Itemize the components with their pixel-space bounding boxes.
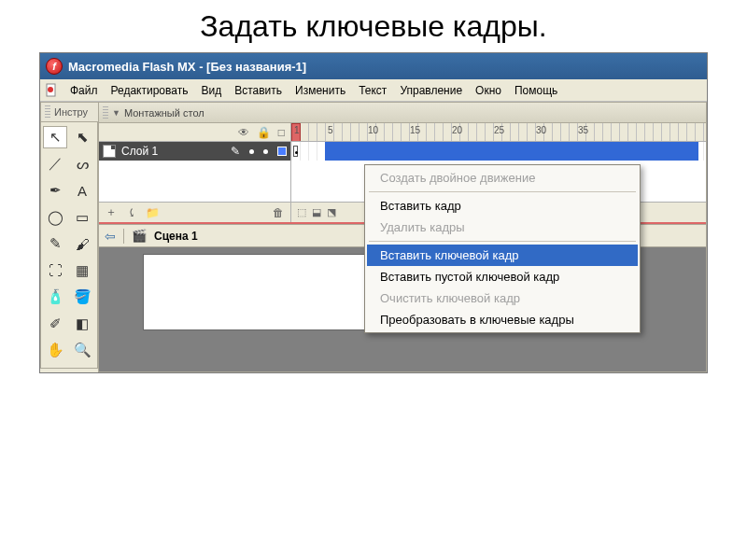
- brush-tool[interactable]: 🖌: [70, 232, 94, 255]
- eye-column-icon[interactable]: 👁: [238, 126, 249, 139]
- layer-active-pencil-icon: ✎: [231, 145, 240, 158]
- pencil-tool[interactable]: ✎: [43, 232, 67, 255]
- menu-modify[interactable]: Изменить: [289, 82, 351, 99]
- menu-insert[interactable]: Вставить: [229, 82, 288, 99]
- back-arrow-icon[interactable]: ⇦: [105, 229, 116, 244]
- ruler-num: 5: [328, 125, 333, 135]
- layer-outline-swatch[interactable]: [277, 147, 287, 156]
- menu-control[interactable]: Управление: [394, 82, 468, 99]
- layer-lock-dot[interactable]: [263, 149, 268, 154]
- add-folder-button[interactable]: 📁: [144, 204, 161, 221]
- menu-help[interactable]: Помощь: [509, 82, 563, 99]
- oval-tool[interactable]: ◯: [43, 206, 67, 229]
- timeline-panel-label: Монтажный стол: [124, 107, 204, 119]
- layer-visible-dot[interactable]: [249, 149, 254, 154]
- separator: [369, 241, 636, 242]
- collapse-triangle-icon[interactable]: ▼: [112, 108, 120, 118]
- ruler-num: 25: [494, 125, 504, 135]
- timeline-panel-header[interactable]: ▼ Монтажный стол: [99, 103, 706, 123]
- scene-label[interactable]: Сцена 1: [154, 230, 198, 243]
- cm-create-tween: Создать двойное движение: [367, 167, 638, 189]
- lock-column-icon[interactable]: 🔒: [257, 126, 271, 139]
- free-transform-tool[interactable]: ⛶: [43, 259, 67, 282]
- onion-skin-icon[interactable]: ⬚: [297, 206, 306, 218]
- separator: [369, 191, 636, 192]
- cm-clear-keyframe: Очистить ключевой кадр: [367, 287, 638, 309]
- svg-point-1: [48, 87, 53, 92]
- menubar: Файл Редактировать Вид Вставить Изменить…: [40, 79, 707, 102]
- pen-tool[interactable]: ✒: [43, 179, 67, 202]
- menu-view[interactable]: Вид: [195, 82, 227, 99]
- subselect-tool[interactable]: ⬉: [70, 126, 94, 148]
- ruler-num: 30: [536, 125, 546, 135]
- eraser-tool[interactable]: ◧: [70, 313, 94, 335]
- layer-name[interactable]: Слой 1: [121, 145, 158, 158]
- add-guide-layer-button[interactable]: ⤹: [123, 204, 140, 221]
- hand-tool[interactable]: ✋: [43, 339, 67, 361]
- tools-column: Инстру ↖ ⬉ ／ ᔕ ✒ A ◯ ▭ ✎ 🖌 ⛶ ▦ 🧴 🪣: [40, 102, 98, 372]
- ruler-num: 1: [294, 125, 300, 135]
- line-tool[interactable]: ／: [43, 153, 67, 175]
- outline-column-icon[interactable]: □: [278, 126, 285, 139]
- paint-bucket-tool[interactable]: 🪣: [70, 286, 94, 308]
- delete-layer-button[interactable]: 🗑: [270, 204, 287, 221]
- layer-empty-area: [99, 161, 290, 202]
- layer-icon: [103, 145, 116, 158]
- menu-file[interactable]: Файл: [64, 82, 104, 99]
- frame-selection: [325, 142, 698, 161]
- ruler-num: 35: [578, 125, 588, 135]
- context-menu: Создать двойное движение Вставить кадр У…: [364, 164, 641, 333]
- keyframe-icon[interactable]: [293, 146, 298, 157]
- scene-icon: 🎬: [132, 229, 147, 243]
- ruler-num: 15: [410, 125, 420, 135]
- menu-window[interactable]: Окно: [470, 82, 507, 99]
- menu-text[interactable]: Текст: [353, 82, 392, 99]
- add-layer-button[interactable]: ＋: [103, 204, 120, 221]
- page-title: Задать ключевые кадры.: [0, 0, 747, 49]
- ink-bottle-tool[interactable]: 🧴: [43, 286, 67, 308]
- text-tool[interactable]: A: [70, 179, 94, 202]
- separator: [123, 229, 124, 244]
- cm-insert-frame[interactable]: Вставить кадр: [367, 195, 638, 217]
- eyedropper-tool[interactable]: ✐: [43, 313, 67, 335]
- fill-transform-tool[interactable]: ▦: [70, 259, 94, 282]
- cm-convert-keyframes[interactable]: Преобразовать в ключевые кадры: [367, 309, 638, 330]
- titlebar: f Macromedia Flash MX - [Без названия-1]: [40, 53, 707, 79]
- lasso-tool[interactable]: ᔕ: [70, 153, 94, 175]
- arrow-tool[interactable]: ↖: [43, 126, 67, 148]
- stage-canvas[interactable]: [144, 255, 396, 329]
- frame-track[interactable]: [291, 142, 706, 161]
- menu-edit[interactable]: Редактировать: [106, 82, 194, 99]
- rectangle-tool[interactable]: ▭: [70, 206, 94, 229]
- titlebar-text: Macromedia Flash MX - [Без названия-1]: [68, 60, 306, 74]
- cm-insert-keyframe[interactable]: Вставить ключевой кадр: [367, 245, 638, 266]
- zoom-tool[interactable]: 🔍: [70, 339, 94, 361]
- tools-panel-header[interactable]: Инстру: [40, 102, 98, 122]
- cm-insert-blank-keyframe[interactable]: Вставить пустой ключевой кадр: [367, 266, 638, 287]
- tools-panel-label: Инстру: [54, 106, 88, 118]
- document-icon: [44, 83, 59, 98]
- layer-footer: ＋ ⤹ 📁 🗑: [99, 202, 290, 222]
- ruler-num: 20: [452, 125, 462, 135]
- layer-column: 👁 🔒 □ Слой 1 ✎: [99, 123, 291, 222]
- grip-icon: [103, 106, 108, 119]
- onion-outlines-icon[interactable]: ⬓: [312, 206, 321, 218]
- frame-ruler[interactable]: 1 5 10 15 20 25 30 35: [291, 123, 706, 142]
- tools-panel: ↖ ⬉ ／ ᔕ ✒ A ◯ ▭ ✎ 🖌 ⛶ ▦ 🧴 🪣 ✐ ◧ ✋: [40, 122, 98, 369]
- layer-row[interactable]: Слой 1 ✎: [99, 142, 290, 161]
- layer-column-header: 👁 🔒 □: [99, 123, 290, 142]
- edit-multiple-icon[interactable]: ⬔: [327, 206, 336, 218]
- grip-icon: [45, 105, 50, 119]
- cm-remove-frames: Удалить кадры: [367, 217, 638, 238]
- ruler-num: 10: [368, 125, 378, 135]
- flash-logo-icon: f: [46, 58, 63, 75]
